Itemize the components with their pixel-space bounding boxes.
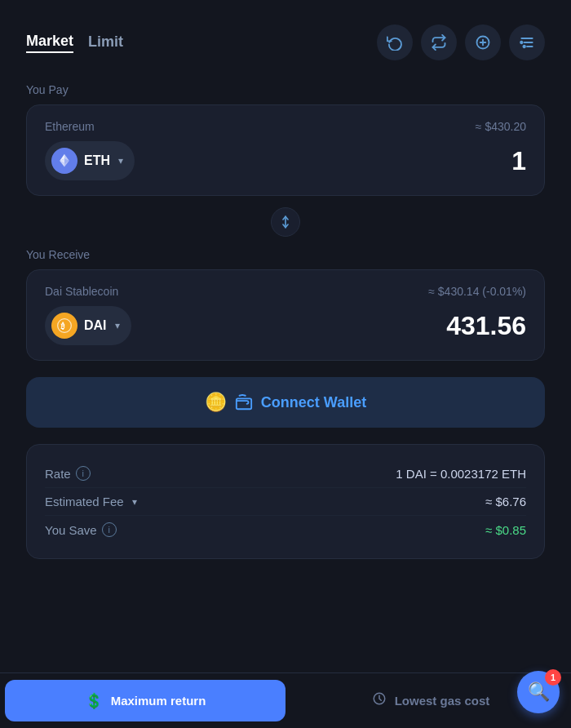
eth-icon: [51, 148, 77, 174]
rate-value: 1 DAI = 0.0023172 ETH: [396, 467, 526, 481]
you-save-value: ≈ $0.85: [485, 523, 526, 537]
header-icons: [377, 24, 545, 60]
you-pay-label: You Pay: [26, 83, 545, 96]
lowest-gas-icon: [372, 691, 387, 710]
svg-text:₿: ₿: [60, 322, 65, 331]
estimated-fee-label: Estimated Fee: [45, 495, 124, 508]
eth-token-name: Ethereum: [45, 120, 95, 133]
refresh-button[interactable]: [377, 24, 413, 60]
eth-usd-value: ≈ $430.20: [476, 120, 526, 133]
rate-row: Rate i 1 DAI = 0.0023172 ETH: [45, 459, 526, 488]
svg-point-15: [58, 319, 72, 333]
wallet-svg-icon: [235, 393, 253, 411]
you-save-label-group: You Save i: [45, 522, 117, 537]
dai-amount: 431.56: [446, 311, 526, 341]
connect-wallet-label: Connect Wallet: [261, 394, 366, 411]
dai-chevron-icon: ▾: [115, 320, 120, 331]
fab-badge: 1: [545, 669, 561, 686]
svg-point-6: [520, 42, 523, 44]
lowest-gas-label: Lowest gas cost: [395, 694, 490, 708]
tab-market[interactable]: Market: [26, 33, 73, 53]
swap-direction-button[interactable]: [421, 24, 457, 60]
you-save-label: You Save: [45, 523, 97, 537]
tab-group: Market Limit: [26, 33, 123, 53]
tab-limit[interactable]: Limit: [88, 33, 123, 52]
dai-token-selector[interactable]: ₿ DAI ▾: [45, 306, 131, 345]
add-button[interactable]: [465, 24, 501, 60]
you-save-info-icon[interactable]: i: [102, 522, 117, 537]
you-pay-card: Ethereum ≈ $430.20 ETH ▾ 1: [26, 104, 545, 196]
eth-amount: 1: [511, 146, 526, 176]
estimated-fee-row: Estimated Fee ▾ ≈ $6.76: [45, 488, 526, 516]
dai-icon: ₿: [51, 313, 77, 339]
rate-label: Rate: [45, 467, 71, 481]
max-return-label: Maximum return: [111, 694, 206, 708]
estimated-fee-value: ≈ $6.76: [485, 495, 526, 508]
swap-tokens-button[interactable]: [271, 207, 300, 237]
max-return-icon: 💲: [85, 692, 103, 710]
dai-usd-value: ≈ $430.14 (-0.01%): [428, 285, 526, 298]
settings-button[interactable]: [509, 24, 545, 60]
you-save-row: You Save i ≈ $0.85: [45, 516, 526, 544]
header: Market Limit: [26, 24, 545, 60]
swap-divider: [26, 207, 545, 237]
you-receive-label: You Receive: [26, 248, 545, 261]
wallet-icon: 🪙: [205, 392, 227, 413]
fab-search-button[interactable]: 🔍 1: [517, 671, 560, 713]
connect-wallet-button[interactable]: 🪙 Connect Wallet: [26, 377, 545, 428]
dai-token-name: Dai Stablecoin: [45, 285, 118, 298]
eth-symbol: ETH: [84, 153, 110, 168]
info-card: Rate i 1 DAI = 0.0023172 ETH Estimated F…: [26, 444, 545, 559]
eth-chevron-icon: ▾: [118, 155, 123, 166]
search-icon: 🔍: [528, 681, 550, 703]
bottom-bar: 💲 Maximum return Lowest gas cost: [0, 673, 571, 728]
rate-info-icon[interactable]: i: [76, 466, 91, 481]
estimated-fee-label-group: Estimated Fee ▾: [45, 495, 137, 508]
dai-symbol: DAI: [84, 318, 107, 333]
you-receive-card: Dai Stablecoin ≈ $430.14 (-0.01%) ₿ DAI …: [26, 269, 545, 361]
svg-point-7: [523, 46, 525, 48]
eth-token-selector[interactable]: ETH ▾: [45, 141, 135, 180]
rate-label-group: Rate i: [45, 466, 91, 481]
expand-fee-icon[interactable]: ▾: [132, 496, 137, 508]
max-return-button[interactable]: 💲 Maximum return: [5, 680, 286, 721]
main-container: Market Limit: [0, 0, 571, 728]
